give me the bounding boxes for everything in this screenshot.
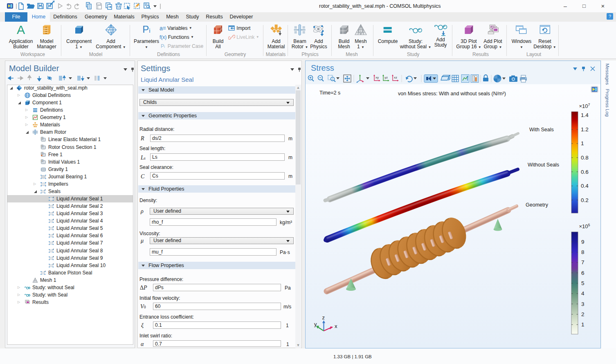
svg-text:3: 3 bbox=[581, 301, 585, 307]
svg-text:Without Seals: Without Seals bbox=[528, 162, 559, 168]
svg-text:*: * bbox=[53, 263, 54, 265]
svg-text:D: D bbox=[41, 137, 43, 139]
svg-text:1.4: 1.4 bbox=[581, 112, 589, 118]
svg-text:2: 2 bbox=[581, 311, 585, 317]
svg-text:8: 8 bbox=[581, 249, 585, 255]
svg-text:*: * bbox=[45, 189, 46, 191]
svg-text:Geometry: Geometry bbox=[526, 202, 549, 208]
svg-text:*: * bbox=[53, 255, 54, 258]
svg-text:*: * bbox=[53, 203, 54, 206]
svg-text:7: 7 bbox=[581, 259, 585, 265]
svg-text:z: z bbox=[322, 315, 325, 321]
svg-text:0.6: 0.6 bbox=[581, 169, 589, 175]
svg-text:1.2: 1.2 bbox=[581, 126, 589, 133]
svg-text:*: * bbox=[53, 233, 54, 236]
svg-text:×105: ×105 bbox=[579, 223, 590, 229]
svg-text:0.8: 0.8 bbox=[581, 155, 589, 161]
svg-text:*: * bbox=[53, 196, 54, 199]
svg-text:1: 1 bbox=[581, 140, 584, 146]
svg-text:x: x bbox=[335, 323, 337, 329]
svg-text:von Mises stress: With and wit: von Mises stress: With and without seals… bbox=[398, 91, 506, 97]
svg-text:Time=2 s: Time=2 s bbox=[319, 90, 340, 96]
svg-text:1: 1 bbox=[581, 321, 585, 328]
svg-text:With Seals: With Seals bbox=[529, 127, 554, 133]
svg-text:D: D bbox=[41, 152, 43, 155]
svg-text:6: 6 bbox=[581, 270, 585, 276]
svg-text:×107: ×107 bbox=[579, 103, 590, 109]
svg-text:9: 9 bbox=[581, 239, 585, 245]
svg-text:D: D bbox=[41, 160, 43, 162]
svg-text:0.4: 0.4 bbox=[581, 183, 589, 189]
svg-text:4: 4 bbox=[581, 290, 585, 297]
svg-text:*: * bbox=[53, 211, 54, 213]
svg-text:D: D bbox=[41, 145, 43, 147]
svg-text:5: 5 bbox=[581, 280, 585, 286]
svg-text:*: * bbox=[53, 240, 54, 243]
svg-text:0.2: 0.2 bbox=[581, 197, 589, 203]
svg-text:xy: xy bbox=[375, 76, 379, 79]
svg-text:*: * bbox=[45, 270, 46, 273]
svg-text:yz: yz bbox=[384, 76, 388, 79]
svg-text:*: * bbox=[53, 218, 54, 221]
svg-text:*: * bbox=[53, 225, 54, 228]
svg-text:*: * bbox=[53, 248, 54, 251]
svg-text:y: y bbox=[314, 321, 317, 327]
svg-text:xz: xz bbox=[394, 76, 397, 79]
